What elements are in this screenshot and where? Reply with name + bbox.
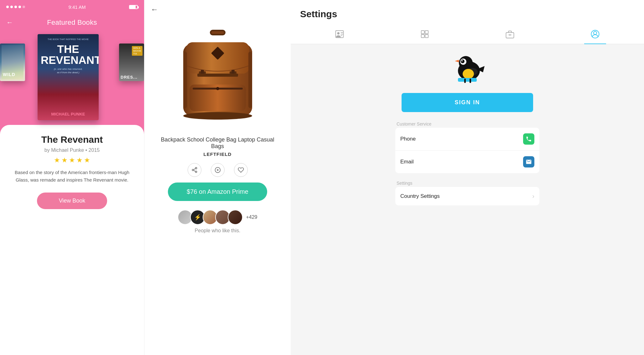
book-author-label: MICHAEL PUNKE <box>41 112 96 116</box>
liker-avatar-5 <box>228 210 243 225</box>
book-name: The Revenant <box>41 134 103 145</box>
award-badge: WIN AMOVIETIX <box>132 46 143 56</box>
book-stars: ★ ★ ★ ★ ★ <box>54 156 90 164</box>
star-4: ★ <box>76 156 83 164</box>
buy-button[interactable]: $76 on Amazon Prime <box>168 183 267 201</box>
svg-rect-49 <box>458 78 477 82</box>
dot5 <box>23 6 25 8</box>
view-book-button[interactable]: View Book <box>37 193 107 209</box>
backpack-illustration <box>171 25 265 128</box>
dot2 <box>10 6 13 8</box>
country-settings-item[interactable]: Country Settings › <box>395 187 539 205</box>
customer-service-items: Phone Email <box>395 128 539 173</box>
phone-icon <box>523 133 534 145</box>
profile-icon <box>335 29 344 39</box>
phone-label: Phone <box>400 136 416 142</box>
sign-in-button[interactable]: SIGN IN <box>402 93 533 112</box>
add-button[interactable] <box>211 163 225 177</box>
book-card-left[interactable]: WILD <box>0 44 25 81</box>
svg-rect-50 <box>464 79 466 83</box>
battery-fill <box>130 6 136 8</box>
star-3: ★ <box>69 156 75 164</box>
status-time: 9:41 AM <box>68 4 86 10</box>
settings-title: Settings <box>291 0 644 19</box>
user-circle-icon <box>590 29 600 39</box>
svg-rect-17 <box>248 52 252 108</box>
svg-marker-46 <box>455 60 459 62</box>
books-title: Featured Books <box>47 18 97 27</box>
book-description: Based on the story of the American front… <box>9 169 135 184</box>
star-2: ★ <box>61 156 68 164</box>
customer-service-title: Customer Service <box>395 121 539 126</box>
tab-user-circle[interactable] <box>584 24 606 44</box>
book-card-center[interactable]: THE BOOK THAT INSPIRED THE MOVIE THEREVE… <box>38 34 99 120</box>
svg-rect-35 <box>425 34 428 38</box>
email-item[interactable]: Email <box>395 151 539 173</box>
product-header: ← <box>144 0 291 19</box>
book-card-right[interactable]: WIN AMOVIETIX DRES... <box>119 44 144 81</box>
dot1 <box>6 6 9 8</box>
tab-grid[interactable] <box>414 24 436 44</box>
country-settings-label: Country Settings <box>400 193 440 199</box>
tab-briefcase[interactable] <box>499 24 521 44</box>
book-inspired-label: THE BOOK THAT INSPIRED THE MOVIE <box>41 38 96 41</box>
email-label: Email <box>400 159 414 165</box>
svg-point-20 <box>192 169 194 171</box>
books-header: ← Featured Books <box>0 14 144 31</box>
book-tagline-label: (n. one who has returned,as if from the … <box>41 67 96 74</box>
product-back-button[interactable]: ← <box>151 5 158 14</box>
book-meta: by Michael Punke • 2015 <box>44 147 100 153</box>
settings-sub-section: Settings Country Settings › <box>395 181 539 205</box>
svg-rect-33 <box>425 31 428 34</box>
svg-rect-16 <box>183 52 187 108</box>
svg-rect-51 <box>470 79 471 83</box>
dot4 <box>18 6 21 8</box>
like-button[interactable] <box>234 163 248 177</box>
customer-service-section: Customer Service Phone Email <box>395 121 539 173</box>
svg-rect-34 <box>421 34 424 38</box>
svg-point-21 <box>195 171 197 172</box>
product-image <box>168 22 268 131</box>
book-title-label: THEREVENANT <box>41 44 96 65</box>
tab-profile[interactable] <box>329 24 351 44</box>
svg-point-45 <box>461 60 463 61</box>
svg-rect-32 <box>421 31 424 34</box>
svg-point-48 <box>463 69 474 79</box>
product-likers: ⚡ +429 <box>178 210 257 225</box>
settings-content: SIGN IN Customer Service Phone Email <box>291 44 644 215</box>
books-carousel: WILD THE BOOK THAT INSPIRED THE MOVIE TH… <box>0 34 144 122</box>
dot3 <box>14 6 17 8</box>
product-name: Backpack School College Bag Laptop Casua… <box>144 136 291 150</box>
svg-point-15 <box>216 87 219 90</box>
people-like-text: People who like this. <box>195 228 241 234</box>
bird-logo <box>447 54 488 85</box>
product-brand: LEFTFIELD <box>204 152 232 157</box>
status-bar: 9:41 AM <box>0 0 144 14</box>
svg-rect-3 <box>211 31 224 34</box>
chevron-right-icon: › <box>532 193 534 200</box>
svg-point-28 <box>337 32 340 35</box>
product-actions <box>188 163 248 177</box>
phone-item[interactable]: Phone <box>395 128 539 151</box>
svg-rect-11 <box>197 74 238 77</box>
battery-icon <box>129 5 138 9</box>
book-info-panel: The Revenant by Michael Punke • 2015 ★ ★… <box>0 125 144 355</box>
signal-dots <box>6 6 25 8</box>
share-button[interactable] <box>188 163 201 177</box>
svg-line-22 <box>194 170 195 171</box>
email-icon <box>523 156 534 167</box>
svg-point-44 <box>461 59 465 63</box>
svg-point-19 <box>195 167 197 169</box>
book-cover-wild: WILD <box>0 44 25 81</box>
app-logo <box>447 54 488 85</box>
briefcase-icon <box>505 29 515 39</box>
likers-count: +429 <box>246 214 257 220</box>
books-back-button[interactable]: ← <box>6 18 13 27</box>
svg-point-18 <box>183 112 252 120</box>
settings-panel: Settings <box>291 0 644 355</box>
wild-label: WILD <box>3 72 15 77</box>
dress-label: DRES... <box>121 75 138 80</box>
settings-tabs <box>291 24 644 44</box>
books-panel: 9:41 AM ← Featured Books WILD THE BOOK T… <box>0 0 144 355</box>
book-cover-revenant: THE BOOK THAT INSPIRED THE MOVIE THEREVE… <box>38 34 99 120</box>
